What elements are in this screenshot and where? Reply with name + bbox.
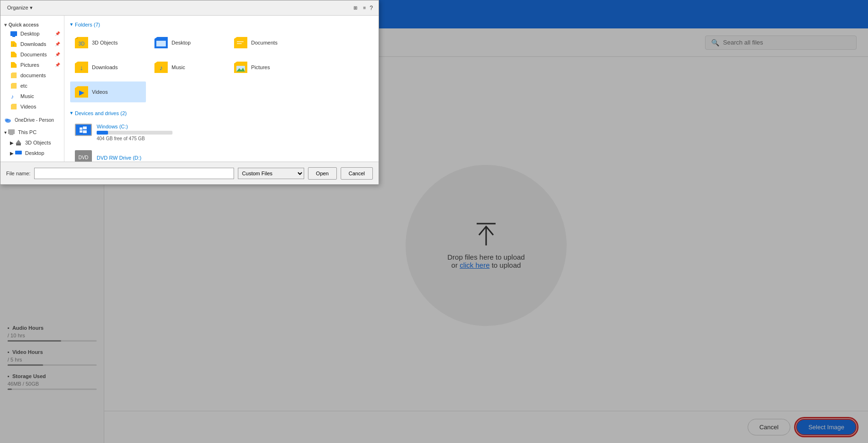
view-icons: ⊞ ≡ — [352, 4, 368, 11]
3d-objects-icon — [15, 139, 22, 146]
music-icon: ♪ — [10, 92, 18, 100]
help-icon[interactable]: ? — [368, 4, 375, 12]
devices-section-header[interactable]: ▾ Devices and drives (2) — [70, 110, 373, 116]
nav-etc[interactable]: etc — [0, 81, 64, 91]
svg-text:♪: ♪ — [11, 93, 14, 100]
nav-videos-label: Videos — [20, 104, 36, 109]
svg-marker-8 — [11, 72, 17, 78]
chevron-down-icon: ▾ — [4, 22, 7, 27]
svg-text:↓: ↓ — [12, 43, 14, 47]
nav-this-pc[interactable]: ▾ This PC — [0, 127, 64, 137]
svg-rect-38 — [80, 127, 82, 130]
folder-pictures[interactable]: Pictures — [229, 57, 305, 78]
nav-desktop-pc[interactable]: ▶ Desktop — [0, 148, 64, 158]
folder-music[interactable]: ♪ Music — [150, 57, 226, 78]
nav-3d-objects[interactable]: ▶ 3D Objects — [0, 137, 64, 148]
nav-downloads-label: Downloads — [20, 41, 46, 47]
svg-rect-23 — [156, 41, 166, 46]
svg-text:↓: ↓ — [80, 64, 83, 72]
svg-text:DVD: DVD — [78, 155, 88, 160]
svg-rect-40 — [80, 130, 82, 133]
dialog-sidebar: ▾ Quick access Desktop 📌 ↓ Downloads 📌 — [0, 16, 64, 162]
downloads-folder-icon: ↓ — [10, 40, 18, 48]
svg-rect-39 — [83, 127, 87, 129]
folder-desktop-label: Desktop — [172, 40, 190, 45]
dialog-open-button[interactable]: Open — [308, 167, 337, 180]
devices-section: Windows (C:) 404 GB free of 475 GB DVD D… — [70, 121, 373, 162]
nav-onedrive[interactable]: OneDrive - Person — [0, 115, 64, 125]
view-icon-grid[interactable]: ⊞ — [352, 4, 359, 11]
folder-3d-objects[interactable]: 3D 3D Objects — [70, 32, 146, 53]
folder-pictures-label: Pictures — [251, 64, 270, 70]
device-dvd-name: DVD RW Drive (D:) — [97, 155, 369, 161]
folder-documents-label: Documents — [251, 40, 278, 45]
svg-marker-11 — [11, 104, 17, 109]
nav-desktop-label: Desktop — [20, 31, 39, 36]
svg-rect-41 — [83, 130, 87, 133]
svg-rect-15 — [9, 134, 13, 135]
dialog-toolbar: Organize ▾ ⊞ ≡ ? — [0, 0, 379, 16]
nav-videos[interactable]: Videos — [0, 101, 64, 112]
pin-pictures-icon: 📌 — [55, 63, 60, 67]
svg-text:3D: 3D — [79, 41, 85, 46]
folder-documents[interactable]: Documents — [229, 32, 305, 53]
device-windows-c[interactable]: Windows (C:) 404 GB free of 475 GB — [70, 121, 373, 144]
organize-button[interactable]: Organize ▾ — [4, 4, 36, 12]
devices-header-label: Devices and drives (2) — [75, 110, 127, 116]
device-c-info: Windows (C:) 404 GB free of 475 GB — [97, 124, 369, 141]
dialog-footer: File name: Custom Files Open Cancel — [0, 162, 379, 184]
dialog-content: ▾ Folders (7) 3D 3D Objects Desktop Docu… — [64, 16, 379, 162]
dialog-body: ▾ Quick access Desktop 📌 ↓ Downloads 📌 — [0, 16, 379, 162]
dialog-cancel-button[interactable]: Cancel — [341, 167, 373, 180]
nav-desktop-pc-label: Desktop — [25, 150, 44, 156]
nav-documents2[interactable]: documents — [0, 70, 64, 81]
pin-icon: 📌 — [55, 31, 60, 36]
expand-3d-icon: ▶ — [10, 140, 14, 145]
nav-3d-label: 3D Objects — [25, 140, 51, 145]
folders-section-header[interactable]: ▾ Folders (7) — [70, 21, 373, 27]
folder-label: 3D Objects — [92, 40, 118, 45]
nav-onedrive-label: OneDrive - Person — [15, 118, 54, 123]
nav-music[interactable]: ♪ Music — [0, 91, 64, 101]
svg-marker-24 — [234, 37, 247, 48]
folders-collapse-icon: ▾ — [70, 21, 73, 27]
svg-rect-26 — [237, 43, 242, 44]
folders-header-label: Folders (7) — [75, 22, 100, 27]
nav-etc-label: etc — [20, 83, 27, 89]
file-open-dialog: Organize ▾ ⊞ ≡ ? ▾ Quick access Desktop … — [0, 0, 379, 185]
svg-rect-17 — [16, 144, 21, 145]
nav-pictures[interactable]: Pictures 📌 — [0, 60, 64, 70]
device-dvd-info: DVD RW Drive (D:) — [97, 155, 369, 161]
onedrive-icon — [4, 116, 12, 124]
expand-desktop-icon: ▶ — [10, 151, 14, 156]
svg-point-13 — [5, 118, 9, 121]
nav-music-label: Music — [20, 93, 34, 99]
svg-text:♪: ♪ — [160, 64, 163, 72]
svg-rect-2 — [10, 31, 17, 36]
svg-rect-18 — [15, 151, 22, 154]
folder-downloads[interactable]: ↓ Downloads — [70, 57, 146, 78]
nav-downloads[interactable]: ↓ Downloads 📌 — [0, 39, 64, 49]
svg-marker-6 — [11, 52, 17, 57]
svg-marker-7 — [11, 62, 17, 68]
nav-documents[interactable]: Documents 📌 — [0, 49, 64, 60]
folder-icon-etc — [10, 82, 18, 90]
devices-collapse-icon: ▾ — [70, 110, 73, 116]
quick-access-label: Quick access — [9, 22, 39, 27]
pin-documents-icon: 📌 — [55, 52, 60, 57]
folder-music-label: Music — [172, 64, 185, 70]
nav-pictures-label: Pictures — [20, 62, 39, 68]
pin-downloads-icon: 📌 — [55, 42, 60, 46]
svg-marker-9 — [11, 83, 17, 89]
view-icon-list[interactable]: ≡ — [361, 4, 368, 11]
filetype-select[interactable]: Custom Files — [238, 168, 304, 179]
device-c-name: Windows (C:) — [97, 124, 369, 129]
svg-rect-14 — [8, 129, 15, 134]
folder-videos[interactable]: Videos — [70, 81, 146, 102]
svg-rect-3 — [12, 36, 15, 37]
folder-desktop[interactable]: Desktop — [150, 32, 226, 53]
nav-documents2-label: documents — [20, 72, 46, 78]
device-dvd[interactable]: DVD DVD RW Drive (D:) — [70, 146, 373, 162]
nav-desktop[interactable]: Desktop 📌 — [0, 28, 64, 39]
filename-input[interactable] — [34, 168, 234, 179]
